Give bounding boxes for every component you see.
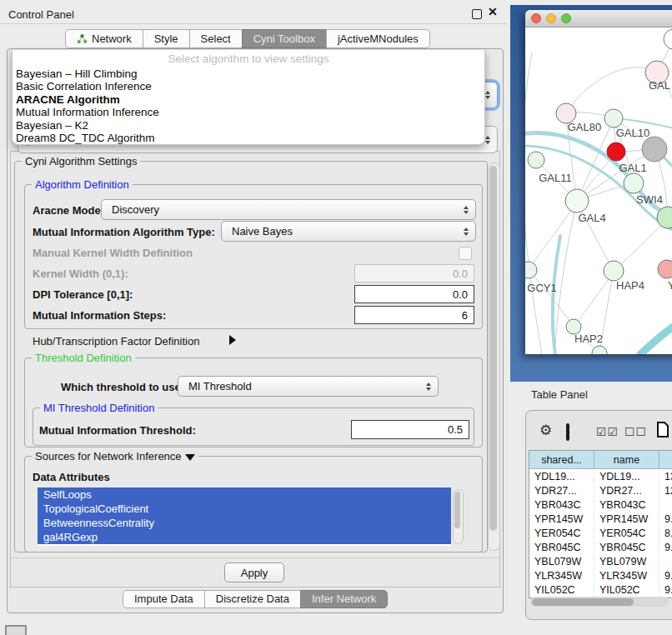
attribute-item-betweennesscentrality[interactable]: BetweennessCentrality	[38, 516, 451, 530]
network-node-gal10[interactable]	[642, 137, 667, 162]
table-row[interactable]: YBR043CYBR043C	[529, 498, 672, 512]
network-graph[interactable]: GALGAL80GAL10GAL11GAL1SWI4GAL4GCY1HAP4YH…	[525, 28, 672, 354]
network-node[interactable]	[607, 142, 625, 161]
table-row[interactable]: YLR345WYLR345W9.	[529, 568, 672, 582]
table-row[interactable]: YBL079WYBL079W	[529, 554, 672, 568]
attribute-item-selfloops[interactable]: SelfLoops	[38, 488, 451, 502]
table-horizontal-scrollbar[interactable]	[530, 597, 669, 607]
table-row[interactable]: YDL19...YDL19...13	[529, 469, 672, 483]
attribute-item-topologicalcoefficient[interactable]: TopologicalCoefficient	[38, 502, 451, 516]
network-node-gal11[interactable]	[528, 152, 544, 168]
deselect-all-checkboxes-icon[interactable]: ☐☐	[624, 425, 647, 438]
hub-definition-label: Hub/Transcription Factor Definition	[33, 335, 199, 348]
network-node-gal4[interactable]	[565, 189, 589, 212]
table-row[interactable]: YDR27...YDR27...12	[529, 483, 672, 498]
table-cell: YBR045C	[594, 540, 659, 554]
network-view-window[interactable]: GALGAL80GAL10GAL11GAL1SWI4GAL4GCY1HAP4YH…	[525, 10, 672, 354]
tab-label: Discretize Data	[216, 592, 289, 605]
select-all-checkboxes-icon[interactable]: ☑☑	[596, 425, 619, 438]
network-node-gal1[interactable]	[624, 173, 644, 193]
algorithm-option-mutual-information-inference[interactable]: Mutual Information Inference	[13, 106, 484, 118]
network-edge[interactable]	[614, 218, 668, 271]
algorithm-dropdown-popup: Select algorithm to view settings Bayesi…	[12, 50, 485, 145]
tab-network[interactable]: Network	[65, 29, 143, 48]
node-label-gal11: GAL11	[539, 172, 572, 184]
node-label-hap2: HAP2	[574, 332, 603, 345]
network-edge[interactable]	[566, 68, 657, 113]
network-edge[interactable]	[553, 236, 560, 354]
mi-algorithm-type-combobox[interactable]: Naive Bayes	[221, 221, 476, 242]
network-node-gcy1[interactable]	[525, 262, 537, 278]
settings-group-title: Cyni Algorithm Settings	[22, 155, 140, 168]
algorithm-option-aracne-algorithm[interactable]: ARACNE Algorithm	[13, 93, 484, 106]
table-cell	[659, 554, 672, 568]
column-header-shared[interactable]: shared...	[529, 451, 594, 469]
float-window-icon[interactable]	[472, 9, 482, 19]
column-header-name[interactable]: name	[594, 451, 659, 469]
network-window-titlebar[interactable]	[525, 10, 672, 28]
table-row[interactable]: YIL052CYIL052C9.	[529, 582, 672, 597]
tab-label: Cyni Toolbox	[253, 32, 315, 45]
algorithm-option-dream8-dc-tdc-algorithm[interactable]: Dream8 DC_TDC Algorithm	[13, 132, 484, 144]
table-cell: YBR043C	[529, 498, 594, 512]
tab-discretize-data[interactable]: Discretize Data	[204, 590, 301, 608]
network-node[interactable]	[664, 29, 672, 49]
node-label-gal4: GAL4	[578, 212, 605, 224]
tab-cyni-toolbox[interactable]: Cyni Toolbox	[242, 29, 327, 48]
mi-steps-field[interactable]: 6	[354, 306, 474, 324]
network-node-gal80[interactable]	[604, 109, 623, 128]
manual-kernel-width-checkbox[interactable]	[459, 247, 472, 260]
which-threshold-combobox[interactable]: MI Threshold	[178, 376, 439, 397]
dpi-tolerance-field[interactable]: 0.0	[354, 285, 474, 303]
network-edge[interactable]	[525, 52, 542, 354]
column-header-a[interactable]: A	[659, 451, 672, 469]
node-label-gal1: GAL1	[619, 162, 646, 174]
mac-close-icon[interactable]	[531, 13, 541, 23]
spinner-arrows-icon	[464, 228, 469, 236]
mi-threshold-field[interactable]: 0.5	[351, 420, 469, 439]
network-canvas[interactable]: GALGAL80GAL10GAL11GAL1SWI4GAL4GCY1HAP4YH…	[525, 28, 672, 354]
attributes-scrollbar[interactable]	[453, 489, 464, 544]
tab-label: Select	[201, 32, 231, 45]
separator	[9, 587, 499, 588]
tab-infer-network[interactable]: Infer Network	[300, 590, 388, 608]
algorithm-option-bayesian-k2[interactable]: Bayesian – K2	[13, 119, 484, 132]
mac-zoom-icon[interactable]	[561, 13, 571, 23]
attribute-item-gal4rgexp[interactable]: gal4RGexp	[38, 530, 451, 544]
table-row[interactable]: YER054CYER054C8.	[529, 526, 672, 540]
column-view-icon[interactable]	[566, 423, 569, 441]
aracne-mode-combobox[interactable]: Discovery	[101, 199, 476, 220]
table-hscrollbar-thumb[interactable]	[532, 598, 634, 606]
expand-arrow-icon[interactable]	[229, 335, 236, 345]
algorithm-option-bayesian-hill-climbing[interactable]: Bayesian – Hill Climbing	[13, 68, 484, 80]
collapse-arrow-icon[interactable]	[185, 454, 195, 461]
tab-select[interactable]: Select	[189, 29, 243, 48]
network-edge[interactable]	[640, 309, 672, 354]
spinner-arrows-icon	[485, 136, 490, 144]
table-cell: 8.	[659, 526, 672, 540]
network-node-y[interactable]	[658, 260, 672, 278]
tab-style[interactable]: Style	[143, 29, 190, 48]
apply-button[interactable]: Apply	[224, 562, 284, 582]
network-node[interactable]	[592, 346, 607, 354]
kernel-width-field[interactable]: 0.0	[354, 264, 474, 282]
settings-scrollbar-thumb[interactable]	[489, 166, 497, 531]
gear-icon[interactable]: ⚙	[539, 422, 552, 439]
attributes-scrollbar-thumb[interactable]	[454, 492, 460, 528]
spinner-arrows-icon	[464, 206, 469, 214]
network-node-hap4[interactable]	[604, 261, 624, 281]
table-row[interactable]: YPR145WYPR145W9.	[529, 512, 672, 526]
mac-minimize-icon[interactable]	[546, 13, 556, 23]
table-row[interactable]: YBR045CYBR045C9.	[529, 540, 672, 554]
minimized-panel-icon[interactable]	[5, 625, 27, 635]
tab-label: Impute Data	[134, 592, 193, 605]
close-icon[interactable]: ✕	[488, 5, 498, 18]
tab-jactivemnodules[interactable]: jActiveMNodules	[326, 29, 430, 48]
data-attributes-list[interactable]: SelfLoopsTopologicalCoefficientBetweenne…	[38, 488, 451, 546]
settings-scrollbar[interactable]	[488, 162, 500, 551]
tab-impute-data[interactable]: Impute Data	[123, 590, 205, 608]
algorithm-option-basic-correlation-inference[interactable]: Basic Correlation Inference	[13, 80, 484, 92]
table-header-row: shared...nameA	[529, 451, 672, 469]
table-cell: 9.	[659, 540, 672, 554]
new-table-icon[interactable]	[656, 421, 669, 442]
